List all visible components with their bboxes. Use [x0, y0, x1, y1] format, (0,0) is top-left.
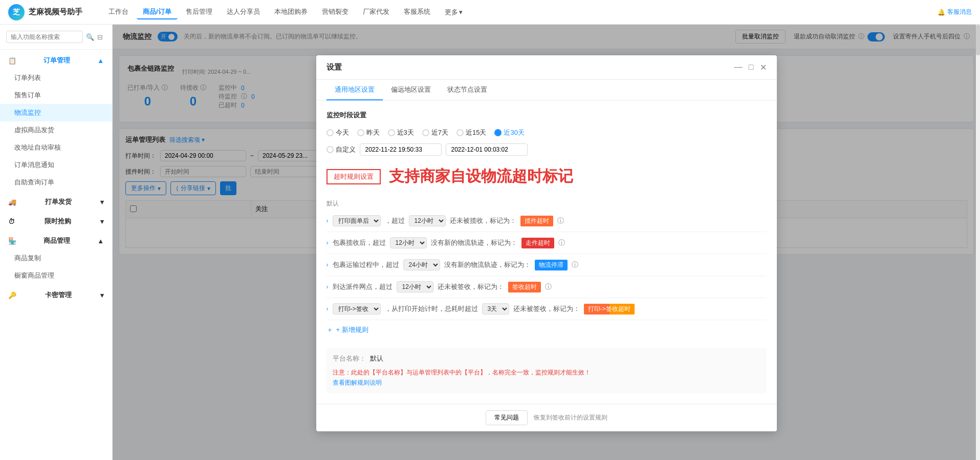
nav-items: 工作台 商品/订单 售后管理 达人分享员 本地团购券 营销裂变 厂家代发 客服系…: [102, 5, 925, 19]
custom-date-row: 自定义: [326, 143, 767, 156]
scrollbar-thumb: [976, 25, 980, 55]
flash-icon: ⏱: [8, 218, 15, 225]
tab-general[interactable]: 通用地区设置: [326, 80, 383, 100]
minimize-btn[interactable]: —: [734, 62, 743, 72]
radio-15days[interactable]: 近15天: [456, 128, 486, 137]
rule-5-prefix-select[interactable]: 打印->签收: [333, 303, 381, 315]
sidebar-section-print-header[interactable]: 🚚 打单发货 ▾: [0, 193, 112, 211]
custom-date-end-input[interactable]: [446, 143, 528, 156]
rule-5-tag: 打印->签收超时: [584, 304, 635, 315]
tab-status[interactable]: 状态节点设置: [439, 80, 495, 100]
right-scrollbar[interactable]: [976, 25, 980, 460]
radio-7days[interactable]: 近7天: [422, 128, 448, 137]
chevron-down-icon-flash: ▾: [100, 218, 104, 225]
rule-1-over-text: ，超过: [385, 216, 405, 225]
settings-modal: 设置 — □ ✕ 通用地区设置 偏远地区设置 状态节点设置 监控时段设置: [316, 55, 777, 431]
sidebar-item-goods-copy[interactable]: 商品复制: [0, 249, 112, 267]
radio-circle-3days: [388, 129, 395, 136]
tab-remote[interactable]: 偏远地区设置: [383, 80, 439, 100]
rule-2-expand[interactable]: ›: [326, 239, 329, 246]
add-rule-btn[interactable]: ＋ + 新增规则: [326, 320, 767, 340]
rule-4-tag: 签收超时: [508, 282, 541, 292]
rule-3-hours-select[interactable]: 24小时: [403, 259, 440, 270]
modal-body: 监控时段设置 今天 昨天 近3天: [316, 100, 777, 404]
platform-name-row: 平台名称： 默认: [333, 354, 760, 363]
sidebar-section-orders: 📋 订单管理 ▲ 订单列表 预售订单 物流监控 虚拟商品发货 改地址自动审核 订…: [0, 52, 112, 191]
promo-text: 支持商家自设物流超时标记: [389, 166, 573, 187]
search-icon[interactable]: 🔍: [86, 33, 94, 41]
rule-5-expand[interactable]: ›: [326, 305, 329, 312]
top-nav: 芝 芝麻视频号助手 工作台 商品/订单 售后管理 达人分享员 本地团购券 营销裂…: [0, 0, 980, 25]
sidebar-item-logistics[interactable]: 物流监控: [0, 104, 112, 121]
rule-1-expand[interactable]: ›: [326, 217, 329, 224]
logo-icon: 芝: [8, 4, 25, 20]
nav-item-talent[interactable]: 达人分享员: [221, 5, 266, 19]
sidebar-section-flash-header[interactable]: ⏱ 限时抢购 ▾: [0, 213, 112, 230]
info-icon-rule3: ⓘ: [572, 260, 578, 269]
sidebar-section-orders-header[interactable]: 📋 订单管理 ▲: [0, 52, 112, 69]
platform-name-value: 默认: [370, 354, 383, 363]
overtime-badge[interactable]: 超时规则设置: [326, 169, 381, 184]
search-input[interactable]: [6, 31, 83, 43]
radio-custom[interactable]: 自定义: [326, 145, 356, 154]
radio-today[interactable]: 今天: [326, 128, 349, 137]
rule-4-hours-select[interactable]: 12小时: [397, 281, 433, 292]
sidebar-section-flash: ⏱ 限时抢购 ▾: [0, 213, 112, 230]
bell-icon: 🔔: [938, 9, 945, 16]
content-area: 物流监控 开 关闭后，新的物流单将不会订阅。已订阅的物流单可以继续监控。 批量取…: [113, 25, 980, 460]
rule-3-expand[interactable]: ›: [326, 261, 329, 268]
guide-link[interactable]: 查看图解规则说明: [333, 379, 760, 387]
default-label: 默认: [326, 195, 767, 210]
close-btn[interactable]: ✕: [760, 62, 767, 72]
sidebar-search-area: 🔍 ⊟: [0, 25, 112, 50]
print-icon: 🚚: [8, 198, 16, 206]
period-row: 今天 昨天 近3天 近7天: [326, 128, 767, 137]
nav-item-aftersale[interactable]: 售后管理: [180, 5, 219, 19]
app-name: 芝麻视频号助手: [29, 7, 82, 17]
rule-1-select[interactable]: 打印面单后: [333, 215, 381, 226]
rule-3-tag: 物流停滞: [535, 260, 568, 270]
sidebar-item-order-notify[interactable]: 订单消息通知: [0, 156, 112, 174]
sidebar-section-card: 🔑 卡密管理 ▾: [0, 286, 112, 304]
chevron-up-icon: ▲: [97, 57, 104, 65]
radio-circle-yesterday: [357, 129, 364, 136]
sidebar-section-goods-header[interactable]: 🏪 商品管理 ▲: [0, 232, 112, 249]
sidebar-item-order-list[interactable]: 订单列表: [0, 69, 112, 87]
nav-item-products[interactable]: 商品/订单: [137, 5, 178, 19]
rule-1-hours-select[interactable]: 12小时: [409, 215, 446, 226]
sidebar-item-presale[interactable]: 预售订单: [0, 87, 112, 104]
sidebar-item-virtual-ship[interactable]: 虚拟商品发货: [0, 121, 112, 139]
platform-info: 平台名称： 默认 注意：此处的【平台名称】与运单管理列表中的【平台】，名称完全一…: [326, 348, 767, 393]
rule-4-suffix: 还未被签收，标记为：: [438, 282, 504, 291]
custom-date-start-input[interactable]: [360, 143, 442, 156]
nav-item-factory[interactable]: 厂家代发: [357, 5, 396, 19]
nav-item-marketing[interactable]: 营销裂变: [316, 5, 355, 19]
radio-yesterday[interactable]: 昨天: [357, 128, 380, 137]
main-layout: 🔍 ⊟ 📋 订单管理 ▲ 订单列表 预售订单 物流监控 虚拟商品发货 改地址自动…: [0, 25, 980, 460]
nav-item-workbench[interactable]: 工作台: [102, 5, 135, 19]
rule-5-hours-select[interactable]: 3天: [482, 303, 509, 315]
restore-btn[interactable]: 常见问题: [486, 410, 528, 425]
sidebar-item-order-query[interactable]: 自助查询订单: [0, 174, 112, 191]
nav-item-more[interactable]: 更多 ▾: [439, 5, 469, 19]
rule-row-1: › 打印面单后 ，超过 12小时 还未被揽收，标记为： 揽件超时 ⓘ: [326, 210, 767, 232]
sidebar-item-address-review[interactable]: 改地址自动审核: [0, 139, 112, 156]
rule-4-prefix: 到达派件网点，超过: [333, 282, 393, 291]
customer-service-btn[interactable]: 🔔 客服消息: [938, 8, 972, 16]
rule-4-expand[interactable]: ›: [326, 283, 329, 290]
sidebar-item-showcase[interactable]: 橱窗商品管理: [0, 267, 112, 284]
section-title: 监控时段设置: [326, 111, 767, 120]
sidebar-section-card-header[interactable]: 🔑 卡密管理 ▾: [0, 286, 112, 304]
radio-circle-custom: [326, 146, 334, 153]
nav-item-service[interactable]: 客服系统: [398, 5, 437, 19]
nav-item-local[interactable]: 本地团购券: [268, 5, 314, 19]
maximize-btn[interactable]: □: [749, 62, 754, 72]
rule-2-hours-select[interactable]: 12小时: [390, 237, 427, 248]
platform-name-label: 平台名称：: [333, 354, 366, 363]
sidebar-collapse-icon[interactable]: ⊟: [97, 33, 103, 41]
radio-30days[interactable]: 近30天: [494, 128, 524, 137]
radio-3days[interactable]: 近3天: [388, 128, 414, 137]
modal-tabs: 通用地区设置 偏远地区设置 状态节点设置: [316, 80, 777, 100]
info-icon-rule1: ⓘ: [557, 216, 564, 225]
modal-header: 设置 — □ ✕: [316, 55, 777, 80]
